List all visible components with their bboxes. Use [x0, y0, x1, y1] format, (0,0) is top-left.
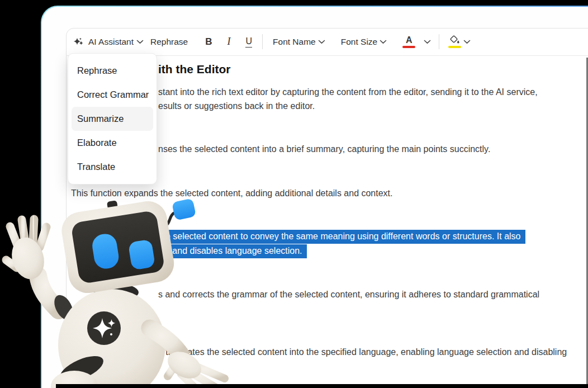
- italic-button[interactable]: I: [227, 36, 230, 48]
- robot-antenna-cube: [172, 198, 196, 221]
- editor-toolbar: AI Assistant Rephrase B I U Font Name Fo…: [66, 28, 588, 56]
- document-heading: ith the Editor: [158, 63, 231, 76]
- robot-chest-badge: [87, 311, 121, 345]
- toolbar-divider: [262, 34, 263, 49]
- rephrase-button[interactable]: Rephrase: [150, 37, 188, 47]
- chevron-down-icon[interactable]: [136, 40, 144, 44]
- highlight-color-swatch: [448, 46, 461, 48]
- font-color-swatch: [402, 46, 415, 48]
- bold-button[interactable]: B: [205, 36, 212, 48]
- document-paragraph-line: This function expands the selected conte…: [71, 188, 393, 198]
- ai-sparkle-icon: [73, 36, 84, 47]
- bottom-edge: [56, 384, 588, 388]
- font-color-button[interactable]: A: [402, 35, 415, 48]
- chevron-down-icon[interactable]: [318, 40, 325, 44]
- robot-mascot-image: [0, 198, 268, 388]
- font-name-dropdown[interactable]: Font Name: [273, 37, 316, 47]
- underline-button[interactable]: U: [245, 36, 252, 48]
- chevron-down-icon[interactable]: [463, 40, 471, 44]
- chevron-down-icon[interactable]: [424, 40, 431, 44]
- font-size-dropdown[interactable]: Font Size: [341, 37, 377, 47]
- font-color-icon: A: [406, 35, 412, 45]
- menu-item-rephrase[interactable]: Rephrase: [68, 59, 157, 83]
- robot-waving-hand: [6, 219, 59, 310]
- document-paragraph-line: nses the selected content into a brief s…: [158, 144, 490, 154]
- menu-item-correct-grammar[interactable]: Correct Grammar: [68, 83, 157, 107]
- ai-assistant-menu: Rephrase Correct Grammar Summarize Elabo…: [68, 53, 157, 184]
- document-paragraph-line: stant into the rich text editor by captu…: [158, 87, 538, 97]
- highlight-color-button[interactable]: [448, 35, 461, 48]
- robot-head: [58, 198, 177, 296]
- document-paragraph-line: esults or suggestions back in the editor…: [158, 101, 315, 111]
- toolbar-divider: [439, 34, 439, 49]
- menu-item-summarize[interactable]: Summarize: [72, 107, 153, 131]
- menu-item-elaborate[interactable]: Elaborate: [68, 131, 157, 155]
- ai-assistant-dropdown[interactable]: AI Assistant: [88, 37, 134, 47]
- menu-item-translate[interactable]: Translate: [68, 155, 157, 179]
- robot-antenna: [163, 198, 196, 228]
- paint-bucket-icon: [449, 35, 461, 45]
- chevron-down-icon[interactable]: [380, 40, 387, 44]
